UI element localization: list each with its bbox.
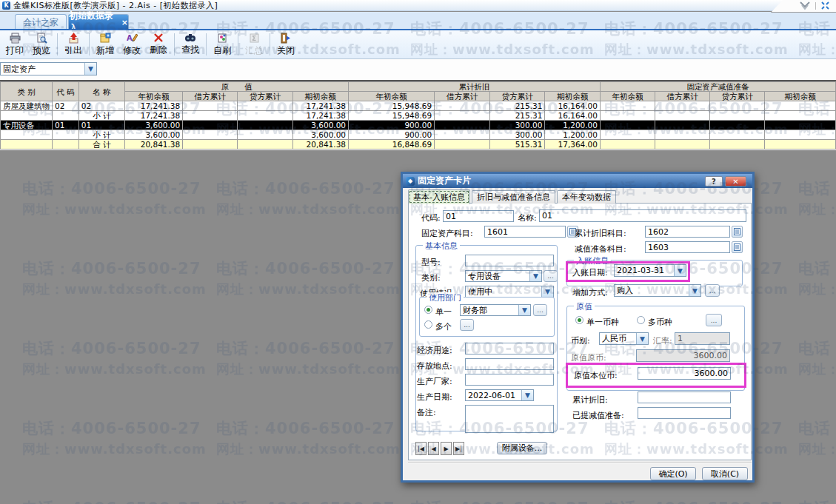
column-group-header[interactable]: 累计折旧 [349, 82, 601, 92]
watermark-phone-text: 电话：4006-6500-27 [798, 338, 836, 359]
multi-dept-browse-button[interactable]: ... [460, 319, 474, 331]
column-header[interactable]: 期初余额 [292, 92, 349, 101]
column-header[interactable]: 类 别 [1, 82, 53, 101]
toolbar-button-refresh[interactable]: 自刷 [209, 30, 235, 58]
depr-account-input[interactable] [645, 226, 730, 238]
name-input[interactable] [539, 209, 746, 222]
dialog-tab-0[interactable]: 基本-入账信息 [408, 189, 470, 204]
column-header[interactable]: 贷方累计 [490, 92, 545, 101]
column-header[interactable]: 借方累计 [183, 92, 238, 101]
column-header[interactable]: 贷方累计 [238, 92, 292, 101]
toolbar-button-new[interactable]: 新增 [92, 30, 118, 58]
tab-close-icon[interactable]: × [121, 18, 128, 27]
chevron-down-icon[interactable]: ▼ [529, 271, 541, 281]
chevron-down-icon[interactable]: ▼ [541, 286, 553, 297]
column-header[interactable]: 年初余额 [349, 92, 435, 101]
chevron-down-icon[interactable]: ▼ [84, 63, 96, 75]
chevron-down-icon[interactable]: ▼ [518, 305, 530, 315]
prod-date-select[interactable]: 2022-06-01 ▼ [465, 389, 534, 401]
column-header[interactable]: 名 称 [78, 82, 124, 101]
dialog-tab-1[interactable]: 折旧与减值准备信息 [472, 190, 555, 204]
code-label: 代码: [421, 212, 441, 224]
watermark-site-text: 网址：www.tdxsoft.com [216, 440, 401, 458]
table-cell: 15,948.69 [349, 101, 435, 111]
asset-type-select[interactable]: 固定资产 ▼ [0, 62, 97, 75]
watermark-phone-text: 电话：4006-6500-27 [216, 498, 395, 504]
remark-textarea[interactable] [465, 405, 554, 433]
table-row-subtotal[interactable]: 小 计17,241.3817,241.3815,948.69215.3116,1… [1, 111, 836, 121]
last-record-button[interactable]: ▶| [453, 442, 464, 455]
acc-depr-input[interactable] [638, 392, 731, 403]
prev-record-button[interactable]: ◀ [428, 442, 439, 455]
attached-equipment-button[interactable]: 附属设备... [497, 442, 547, 454]
toolbar-button-preview[interactable]: 预览 [28, 30, 55, 58]
department-group-title: 使用部门 [427, 292, 464, 303]
add-mode-select[interactable]: 购入 ▼ [614, 284, 701, 297]
column-header[interactable]: 期初余额 [545, 92, 601, 101]
model-label: 型号: [421, 257, 441, 268]
multi-dept-radio[interactable] [424, 320, 432, 329]
chevron-down-icon[interactable]: ▼ [521, 390, 533, 400]
table-cell [765, 130, 836, 140]
asset-account-input[interactable] [484, 226, 566, 238]
tab-accounting-home[interactable]: 会计之家 [15, 14, 67, 30]
category-select[interactable]: 专用设备 ▼ [465, 270, 542, 282]
toolbar-button-label: 关闭 [277, 44, 295, 57]
column-header[interactable]: 年初余额 [124, 92, 182, 101]
toolbar-button-label: 预览 [33, 44, 50, 57]
toolbar-button-close-door[interactable]: 关闭 [272, 30, 299, 58]
toolbar-button-find[interactable]: 查找 [177, 30, 204, 58]
model-input[interactable] [465, 255, 554, 266]
impair-account-input[interactable] [645, 241, 730, 253]
toolbar-button-printer[interactable]: 打印 [1, 30, 28, 58]
close-button[interactable]: ✕ [725, 176, 746, 187]
first-record-button[interactable]: |◀ [415, 442, 427, 455]
column-header[interactable]: 借方累计 [655, 92, 710, 101]
department-browse-button[interactable]: ... [533, 304, 547, 316]
currency-select[interactable]: 人民币 ▼ [599, 332, 649, 345]
dialog-tab-2[interactable]: 本年变动数据 [557, 190, 616, 204]
tab-initial-data-entry[interactable]: 初始数据录入 × [68, 14, 129, 30]
single-currency-radio[interactable] [575, 316, 583, 324]
tab-label: 会计之家 [23, 16, 58, 29]
add-mode-browse-button[interactable]: ... [705, 284, 720, 297]
code-input[interactable] [443, 210, 514, 222]
column-header[interactable]: 年初余额 [600, 92, 655, 101]
impair-account-browse-button[interactable] [732, 241, 743, 253]
location-input[interactable] [465, 358, 554, 370]
multi-currency-radio[interactable] [637, 316, 645, 324]
column-group-header[interactable]: 原 值 [124, 82, 348, 92]
toolbar-button-delete[interactable]: 删除 [145, 30, 172, 58]
cancel-button[interactable]: 取消(C) [702, 467, 748, 480]
table-row-total[interactable]: 合 计20,841.3820,841.3816,848.69515.3117,3… [1, 140, 836, 149]
next-record-button[interactable]: ▶ [441, 442, 452, 455]
impair-provision-input[interactable] [638, 407, 731, 419]
watermark-phone-text: 电话：4006-6500-27 [216, 418, 395, 439]
table-row-subtotal[interactable]: 小 计3,600.003,600.00900.00300.001,200.00 [1, 130, 836, 140]
chevron-down-icon[interactable]: ▼ [636, 333, 648, 344]
ok-button[interactable]: 确定(O) [650, 467, 696, 480]
v-logo-icon[interactable] [799, 0, 811, 13]
column-group-header[interactable]: 固定资产减值准备 [600, 82, 835, 92]
help-button[interactable]: ? [705, 176, 723, 187]
chevron-down-icon[interactable]: ▼ [689, 285, 700, 296]
usage-select[interactable]: 使用中 ▼ [465, 286, 554, 298]
toolbar-button-edit[interactable]: A修改 [118, 30, 145, 58]
column-header[interactable]: 期初余额 [765, 92, 836, 101]
department-select[interactable]: 财务部 ▼ [460, 304, 531, 316]
svg-text:Σ: Σ [252, 35, 256, 42]
table-row-data[interactable]: 房屋及建筑物020217,241.3817,241.3815,948.69215… [1, 101, 836, 111]
purpose-input[interactable] [465, 343, 554, 355]
currency-browse-button[interactable]: ... [706, 314, 722, 326]
single-dept-radio[interactable] [424, 306, 432, 314]
toolbar-button-export[interactable]: 引出 [60, 30, 87, 58]
window-titlebar: K 金蝶KIS标准版[教学演示版] - 2.Ais - [初始数据录入] [0, 0, 836, 11]
table-row-selected[interactable]: 专用设备01013,600.003,600.00900.00300.001,20… [1, 121, 836, 130]
column-header[interactable]: 借方累计 [435, 92, 490, 101]
column-header[interactable]: 代 码 [53, 82, 79, 101]
expand-arrows-icon[interactable] [820, 0, 830, 13]
column-header[interactable]: 贷方累计 [710, 92, 765, 101]
depr-account-browse-button[interactable] [732, 226, 743, 238]
category-browse-button[interactable]: ... [544, 270, 558, 282]
manufacturer-input[interactable] [465, 374, 554, 386]
